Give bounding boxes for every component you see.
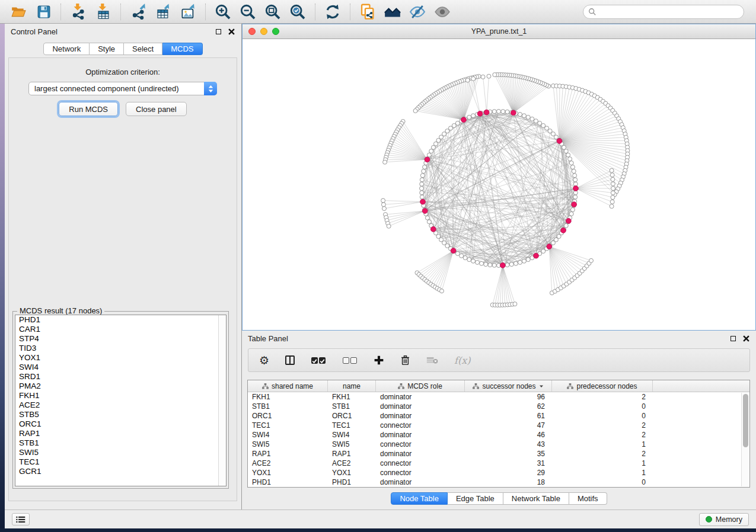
scrollbar-thumb[interactable] bbox=[743, 394, 748, 447]
cell-successor-nodes: 62 bbox=[465, 402, 552, 411]
table-row[interactable]: ACE2ACE2connector311 bbox=[248, 459, 749, 468]
column-settings-icon[interactable]: ⚙ bbox=[259, 355, 269, 366]
table-row[interactable]: YOX1YOX1connector291 bbox=[248, 468, 749, 477]
split-view-icon[interactable] bbox=[285, 355, 295, 365]
save-session-icon[interactable] bbox=[34, 3, 52, 21]
control-panel-tabs: NetworkStyleSelectMCDS bbox=[5, 43, 241, 55]
export-network-icon[interactable] bbox=[129, 3, 147, 21]
open-session-icon[interactable] bbox=[9, 3, 27, 21]
tab-select[interactable]: Select bbox=[124, 43, 162, 55]
status-bar: Memory bbox=[5, 509, 756, 528]
cell-shared-name: STB1 bbox=[248, 402, 328, 411]
first-neighbors-icon[interactable] bbox=[384, 3, 401, 21]
cell-successor-nodes: 96 bbox=[465, 392, 552, 402]
column-header-shared-name[interactable]: shared name bbox=[248, 380, 328, 392]
mcds-result-item[interactable]: SWI5 bbox=[15, 448, 226, 457]
hide-selected-icon[interactable] bbox=[409, 3, 426, 21]
table-scrollbar[interactable] bbox=[741, 393, 749, 486]
network-canvas[interactable] bbox=[243, 39, 755, 330]
mcds-result-item[interactable]: FKH1 bbox=[15, 391, 226, 400]
tab-edge-table[interactable]: Edge Table bbox=[448, 492, 503, 505]
cell-predecessor-nodes: 0 bbox=[552, 411, 653, 421]
mcds-result-item[interactable]: SWI4 bbox=[15, 363, 226, 372]
mcds-result-item[interactable]: STB5 bbox=[15, 410, 226, 419]
mcds-result-item[interactable]: CAR1 bbox=[15, 325, 226, 334]
column-header-MCDS-role[interactable]: MCDS role bbox=[376, 380, 465, 392]
column-label: name bbox=[343, 382, 361, 390]
float-panel-icon[interactable] bbox=[214, 27, 222, 36]
import-table-icon[interactable] bbox=[94, 3, 112, 21]
select-all-columns-icon[interactable] bbox=[311, 357, 326, 364]
cell-shared-name: ORC1 bbox=[248, 411, 328, 421]
export-image-icon[interactable] bbox=[179, 3, 197, 21]
zoom-in-icon[interactable] bbox=[214, 3, 232, 21]
table-row[interactable]: PHD1PHD1dominator180 bbox=[248, 477, 749, 487]
deselect-all-columns-icon[interactable] bbox=[342, 357, 358, 364]
table-row[interactable]: FKH1FKH1dominator962 bbox=[248, 392, 749, 402]
search-input[interactable] bbox=[596, 8, 739, 16]
table-row[interactable]: SWI4SWI4dominator462 bbox=[248, 430, 749, 440]
mcds-result-item[interactable]: YOX1 bbox=[15, 353, 226, 363]
zoom-selected-icon[interactable] bbox=[289, 3, 307, 21]
tab-node-table[interactable]: Node Table bbox=[391, 492, 448, 505]
cell-shared-name: FKH1 bbox=[248, 392, 328, 402]
cell-MCDS-role: dominator bbox=[376, 411, 465, 421]
table-row[interactable]: ORC1ORC1dominator610 bbox=[248, 411, 749, 421]
cell-successor-nodes: 35 bbox=[465, 449, 552, 459]
list-scrollbar[interactable] bbox=[218, 315, 226, 486]
add-column-icon[interactable] bbox=[374, 355, 384, 366]
export-table-icon[interactable] bbox=[154, 3, 172, 21]
copy-network-icon[interactable] bbox=[359, 3, 377, 21]
tab-mcds[interactable]: MCDS bbox=[162, 43, 202, 55]
tab-network-table[interactable]: Network Table bbox=[503, 492, 569, 505]
mcds-result-item[interactable]: ORC1 bbox=[15, 419, 226, 429]
float-panel-icon[interactable] bbox=[729, 334, 737, 342]
table-row[interactable]: STB1STB1dominator620 bbox=[248, 402, 749, 411]
column-label: predecessor nodes bbox=[576, 382, 637, 390]
zoom-fit-icon[interactable] bbox=[264, 3, 282, 21]
zoom-out-icon[interactable] bbox=[239, 3, 257, 21]
show-all-icon[interactable] bbox=[433, 3, 451, 21]
criterion-dropdown[interactable]: largest connected component (undirected) bbox=[28, 82, 217, 95]
mcds-result-item[interactable]: GCR1 bbox=[15, 467, 226, 476]
task-history-button[interactable] bbox=[12, 513, 30, 525]
tab-network[interactable]: Network bbox=[43, 43, 90, 55]
table-row[interactable]: RAP1RAP1dominator352 bbox=[248, 449, 749, 459]
cell-name: FKH1 bbox=[328, 392, 376, 402]
mcds-result-item[interactable]: TEC1 bbox=[15, 457, 226, 467]
cell-shared-name: SWI4 bbox=[248, 430, 328, 440]
mcds-result-item[interactable]: PMA2 bbox=[15, 382, 226, 391]
column-header-name[interactable]: name bbox=[328, 380, 376, 392]
close-panel-button[interactable]: Close panel bbox=[126, 102, 187, 116]
mcds-result-item[interactable]: ACE2 bbox=[15, 400, 226, 410]
table-row[interactable]: TEC1TEC1connector472 bbox=[248, 421, 749, 430]
toolbar-separator bbox=[205, 4, 206, 20]
desktop-wallpaper-left bbox=[0, 24, 5, 532]
apply-layout-icon[interactable] bbox=[324, 3, 342, 21]
table-row[interactable]: SWI5SWI5connector431 bbox=[248, 440, 749, 449]
close-panel-icon[interactable] bbox=[227, 27, 235, 36]
tab-motifs[interactable]: Motifs bbox=[569, 492, 607, 505]
run-mcds-button[interactable]: Run MCDS bbox=[59, 102, 118, 116]
column-header-predecessor-nodes[interactable]: predecessor nodes bbox=[552, 380, 653, 392]
memory-button[interactable]: Memory bbox=[699, 513, 749, 526]
cell-MCDS-role: dominator bbox=[376, 402, 465, 411]
mcds-result-item[interactable]: RAP1 bbox=[15, 429, 226, 438]
mcds-result-item[interactable]: TID3 bbox=[15, 344, 226, 353]
import-network-icon[interactable] bbox=[69, 3, 87, 21]
criterion-value: largest connected component (undirected) bbox=[29, 84, 204, 93]
mcds-result-list[interactable]: PHD1CAR1STP4TID3YOX1SWI4SRD1PMA2FKH1ACE2… bbox=[15, 315, 227, 486]
cell-successor-nodes: 61 bbox=[465, 411, 552, 421]
search-field[interactable] bbox=[583, 5, 744, 19]
column-header-successor-nodes[interactable]: successor nodes bbox=[465, 380, 552, 392]
mcds-result-item[interactable]: STB1 bbox=[15, 438, 226, 448]
attribute-type-icon bbox=[567, 383, 573, 389]
mcds-result-item[interactable]: SRD1 bbox=[15, 372, 226, 382]
mcds-result-item[interactable]: STP4 bbox=[15, 334, 226, 344]
network-view-titlebar[interactable]: YPA_prune.txt_1 bbox=[243, 24, 755, 39]
mcds-result-item[interactable]: PHD1 bbox=[15, 315, 226, 325]
close-panel-icon[interactable] bbox=[742, 334, 750, 342]
delete-column-icon[interactable] bbox=[400, 355, 410, 366]
cell-predecessor-nodes: 0 bbox=[552, 477, 653, 487]
tab-style[interactable]: Style bbox=[90, 43, 124, 55]
